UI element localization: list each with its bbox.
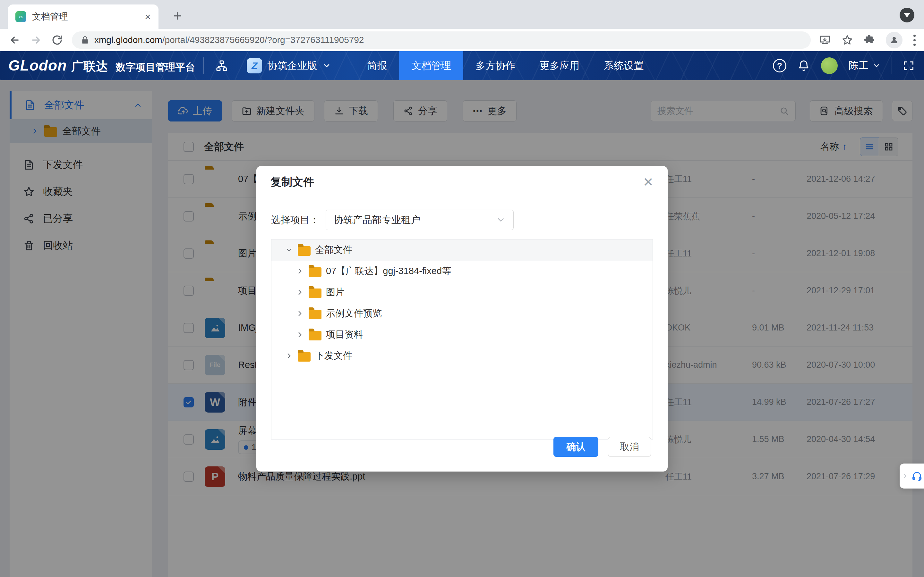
tree-node-label: 下发文件 bbox=[315, 350, 352, 362]
url-bar[interactable]: xmgl.glodon.com/portal/493823875665920/?… bbox=[72, 31, 811, 49]
folder-icon bbox=[298, 352, 310, 362]
logo-en: GLodon bbox=[8, 57, 67, 74]
cancel-button[interactable]: 取消 bbox=[608, 437, 651, 457]
user-name: 陈工 bbox=[849, 59, 869, 73]
browser-menu-icon[interactable] bbox=[913, 35, 916, 46]
tree-node-label: 示例文件预览 bbox=[326, 307, 382, 320]
tree-node-issued-files[interactable]: 下发文件 bbox=[271, 345, 653, 366]
chevron-down-icon bbox=[872, 61, 881, 70]
menu-documents[interactable]: 文档管理 bbox=[399, 51, 463, 80]
modal-footer: 确认 取消 bbox=[553, 437, 651, 457]
project-select-label: 选择项目： bbox=[271, 213, 319, 227]
reload-button[interactable] bbox=[51, 34, 63, 47]
caret-expanded-icon[interactable] bbox=[285, 246, 293, 254]
caret-collapsed-icon[interactable] bbox=[285, 351, 293, 360]
app-navbar: GLodon 广联达 数字项目管理平台 Z 协筑企业版 简报 文档管理 多方协作… bbox=[0, 51, 924, 80]
modal-header: 复制文件 ✕ bbox=[256, 166, 668, 198]
headset-icon[interactable] bbox=[911, 471, 922, 482]
bookmark-star-icon[interactable] bbox=[842, 34, 853, 46]
divider bbox=[892, 57, 892, 74]
folder-icon bbox=[309, 331, 321, 340]
support-widget[interactable] bbox=[900, 464, 924, 488]
main-menu: 简报 文档管理 多方协作 更多应用 系统设置 bbox=[355, 51, 656, 80]
browser-tabstrip: ‹› 文档管理 × + bbox=[0, 0, 924, 29]
modal-body: 选择项目： 协筑产品部专业租户 全部文件 bbox=[256, 198, 668, 440]
caret-collapsed-icon[interactable] bbox=[296, 330, 304, 339]
tree-node[interactable]: 07【广联达】ggj-3184-fixed等 bbox=[271, 261, 653, 282]
tab-search-button[interactable] bbox=[900, 8, 914, 23]
browser-tab[interactable]: ‹› 文档管理 × bbox=[8, 5, 158, 29]
user-avatar[interactable] bbox=[821, 57, 838, 74]
tree-node[interactable]: 图片 bbox=[271, 282, 653, 303]
folder-icon bbox=[309, 268, 321, 277]
tree-node-all-files[interactable]: 全部文件 bbox=[271, 239, 653, 261]
chevron-right-icon[interactable] bbox=[901, 472, 909, 480]
url-text: xmgl.glodon.com/portal/493823875665920/?… bbox=[94, 35, 364, 45]
modal-title: 复制文件 bbox=[270, 175, 314, 189]
forward-button[interactable] bbox=[29, 34, 42, 47]
tree-node-label: 图片 bbox=[326, 286, 344, 299]
tree-node-label: 07【广联达】ggj-3184-fixed等 bbox=[326, 265, 451, 277]
caret-collapsed-icon[interactable] bbox=[296, 288, 304, 297]
extensions-puzzle-icon[interactable] bbox=[864, 35, 875, 45]
chevron-down-icon bbox=[496, 215, 506, 225]
logo-product: 数字项目管理平台 bbox=[115, 61, 195, 74]
folder-icon bbox=[309, 309, 321, 319]
copy-file-modal: 复制文件 ✕ 选择项目： 协筑产品部专业租户 全部文件 bbox=[256, 166, 668, 472]
page-content: 全部文件 全部文件 下发文件 收藏夹 已分享 回收站 bbox=[0, 80, 924, 577]
close-icon[interactable]: ✕ bbox=[643, 176, 654, 189]
caret-down-icon bbox=[904, 13, 910, 17]
menu-briefing[interactable]: 简报 bbox=[355, 51, 399, 80]
xiezhu-app-icon: Z bbox=[247, 58, 262, 73]
divider bbox=[204, 57, 204, 74]
browser-profile-avatar[interactable] bbox=[886, 32, 903, 48]
menu-collaboration[interactable]: 多方协作 bbox=[463, 51, 527, 80]
org-structure-icon[interactable] bbox=[215, 59, 228, 72]
install-download-icon[interactable] bbox=[819, 34, 830, 46]
app-switcher[interactable]: Z 协筑企业版 bbox=[247, 58, 331, 73]
menu-more-apps[interactable]: 更多应用 bbox=[527, 51, 591, 80]
browser-toolbar: xmgl.glodon.com/portal/493823875665920/?… bbox=[0, 29, 924, 51]
app-switcher-label: 协筑企业版 bbox=[267, 59, 317, 73]
tree-node-label: 项目资料 bbox=[326, 328, 363, 341]
fullscreen-icon[interactable] bbox=[903, 60, 914, 71]
tab-title: 文档管理 bbox=[32, 11, 139, 23]
chevron-down-icon bbox=[322, 61, 331, 70]
lock-icon bbox=[81, 36, 89, 44]
help-icon[interactable]: ? bbox=[773, 59, 787, 73]
folder-tree: 全部文件 07【广联达】ggj-3184-fixed等 图片 bbox=[271, 239, 653, 440]
project-select[interactable]: 协筑产品部专业租户 bbox=[326, 210, 514, 230]
logo-cn: 广联达 bbox=[71, 58, 108, 75]
tab-close-icon[interactable]: × bbox=[145, 11, 151, 23]
menu-settings[interactable]: 系统设置 bbox=[591, 51, 656, 80]
tree-node[interactable]: 示例文件预览 bbox=[271, 303, 653, 324]
tree-node[interactable]: 项目资料 bbox=[271, 324, 653, 345]
new-tab-button[interactable]: + bbox=[173, 8, 182, 23]
folder-icon bbox=[298, 246, 310, 256]
notification-bell-icon[interactable] bbox=[797, 59, 810, 72]
back-button[interactable] bbox=[8, 34, 21, 47]
caret-collapsed-icon[interactable] bbox=[296, 309, 304, 318]
confirm-button[interactable]: 确认 bbox=[553, 437, 598, 457]
site-favicon-icon: ‹› bbox=[15, 11, 26, 22]
glodon-logo: GLodon 广联达 数字项目管理平台 bbox=[0, 57, 204, 75]
folder-icon bbox=[309, 288, 321, 298]
user-menu[interactable]: 陈工 bbox=[849, 59, 881, 73]
tree-node-label: 全部文件 bbox=[315, 243, 352, 256]
project-select-value: 协筑产品部专业租户 bbox=[334, 213, 496, 227]
caret-collapsed-icon[interactable] bbox=[296, 267, 304, 276]
